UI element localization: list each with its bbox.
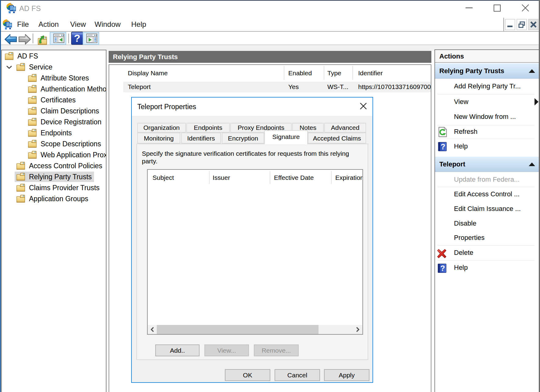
svg-text:?: ? (440, 264, 445, 273)
svg-text:?: ? (441, 142, 445, 151)
svg-text:?: ? (74, 32, 81, 44)
